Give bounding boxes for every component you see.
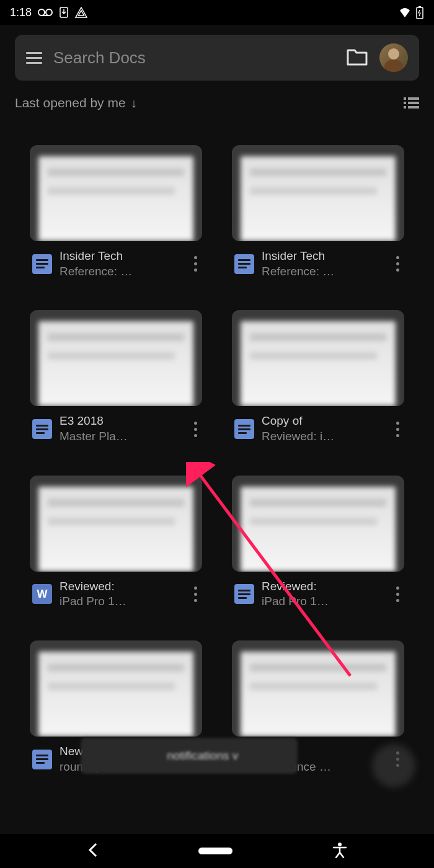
more-options-icon[interactable] bbox=[192, 419, 200, 440]
file-thumbnail[interactable] bbox=[232, 640, 404, 737]
google-docs-icon bbox=[32, 750, 52, 769]
google-docs-icon bbox=[234, 254, 254, 274]
file-title: Insider Tech Reference: … bbox=[60, 249, 184, 279]
file-title: E3 2018 Master Pla… bbox=[60, 414, 184, 444]
more-options-icon[interactable] bbox=[192, 254, 200, 274]
sort-bar: Last opened by me ↓ bbox=[0, 89, 434, 123]
file-title: Insider Tech Reference: … bbox=[262, 249, 386, 279]
more-options-icon[interactable] bbox=[394, 254, 402, 274]
svg-point-0 bbox=[38, 9, 45, 16]
svg-rect-5 bbox=[418, 6, 421, 7]
file-thumbnail[interactable] bbox=[232, 310, 404, 406]
sort-dropdown[interactable]: Last opened by me ↓ bbox=[15, 95, 137, 110]
svg-point-1 bbox=[46, 9, 52, 16]
fab-button[interactable] bbox=[372, 744, 415, 787]
file-card[interactable]: Insider Tech Reference: … bbox=[232, 145, 404, 279]
more-options-icon[interactable] bbox=[394, 419, 402, 440]
more-options-icon[interactable] bbox=[394, 584, 402, 604]
folder-icon[interactable] bbox=[346, 48, 368, 67]
download-icon bbox=[59, 7, 69, 18]
word-icon: W bbox=[32, 584, 52, 604]
file-thumbnail[interactable] bbox=[30, 310, 202, 406]
file-thumbnail[interactable] bbox=[232, 145, 404, 241]
arrow-down-icon: ↓ bbox=[131, 96, 137, 110]
more-options-icon[interactable] bbox=[192, 584, 200, 604]
home-pill[interactable] bbox=[198, 848, 232, 854]
google-docs-icon bbox=[234, 584, 254, 604]
google-docs-icon bbox=[32, 419, 52, 439]
search-bar[interactable] bbox=[15, 35, 419, 81]
google-docs-icon bbox=[32, 254, 52, 274]
file-title: Reviewed: iPad Pro 1… bbox=[262, 579, 386, 609]
battery-icon bbox=[415, 6, 424, 19]
search-input[interactable] bbox=[53, 48, 335, 68]
file-grid: Insider Tech Reference: … Insider Tech R… bbox=[0, 123, 434, 775]
file-card[interactable]: Reviewed: iPad Pro 1… bbox=[232, 476, 404, 609]
status-time: 1:18 bbox=[10, 6, 32, 19]
view-toggle-list-icon[interactable] bbox=[404, 97, 419, 108]
drive-icon bbox=[75, 7, 87, 18]
avatar[interactable] bbox=[379, 43, 408, 72]
file-thumbnail[interactable] bbox=[30, 476, 202, 572]
accessibility-icon[interactable] bbox=[332, 842, 347, 861]
svg-point-7 bbox=[338, 843, 342, 846]
voicemail-icon bbox=[38, 8, 53, 17]
file-card[interactable]: Copy of Reviewed: i… bbox=[232, 310, 404, 444]
navigation-bar bbox=[0, 834, 434, 868]
file-title: Reviewed: iPad Pro 1… bbox=[60, 579, 184, 609]
toast-notification: ■■■ ■■■ ■■■ notifications v bbox=[81, 738, 298, 774]
hamburger-menu-icon[interactable] bbox=[26, 52, 42, 64]
file-thumbnail[interactable] bbox=[232, 476, 404, 572]
file-card[interactable]: W Reviewed: iPad Pro 1… bbox=[30, 476, 202, 609]
file-title: Copy of Reviewed: i… bbox=[262, 414, 386, 444]
google-docs-icon bbox=[234, 419, 254, 439]
status-bar: 1:18 bbox=[0, 0, 434, 25]
file-thumbnail[interactable] bbox=[30, 640, 202, 737]
file-card[interactable]: E3 2018 Master Pla… bbox=[30, 310, 202, 444]
file-card[interactable]: Insider Tech Reference: … bbox=[30, 145, 202, 279]
file-thumbnail[interactable] bbox=[30, 145, 202, 241]
wifi-icon bbox=[398, 7, 412, 18]
back-icon[interactable] bbox=[87, 842, 99, 861]
